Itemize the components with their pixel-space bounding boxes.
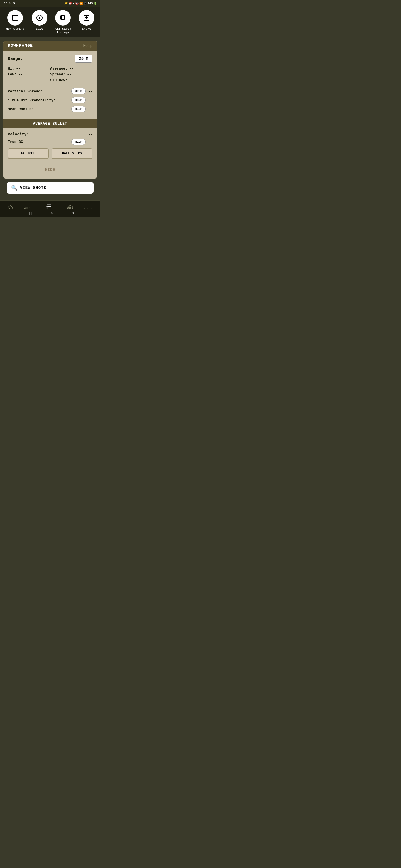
all-saved-label: All SavedStrings: [55, 27, 71, 34]
moa-hit-prob-row: 1 MOA Hit Probability: HELP --: [8, 97, 92, 103]
bluetooth-icon: ✱: [73, 2, 74, 5]
save-label: Save: [36, 27, 43, 31]
signal-icon: 📱: [84, 2, 87, 5]
all-saved-strings-button[interactable]: All SavedStrings: [55, 10, 71, 34]
share-icon: [79, 10, 94, 26]
help-tab[interactable]: Help: [83, 44, 92, 48]
search-icon: 🔍: [11, 185, 17, 191]
mute-icon: 🔇: [75, 2, 79, 5]
true-bc-help-button[interactable]: HELP: [71, 139, 86, 145]
mean-radius-help-button[interactable]: HELP: [71, 106, 86, 112]
battery-label: 74%: [88, 2, 93, 5]
status-icons: 🔑 ⏰ ✱ 🔇 📶 📱 74% 🔋: [64, 2, 97, 5]
card-header: DOWNRANGE Help: [3, 41, 97, 51]
vertical-spread-label: Vertical Spread:: [8, 89, 71, 93]
vertical-spread-help-button[interactable]: HELP: [71, 88, 86, 94]
empty-stat: [8, 78, 50, 82]
moa-hit-prob-help-button[interactable]: HELP: [71, 97, 86, 103]
average-bullet-title: AVERAGE BULLET: [33, 122, 67, 126]
velocity-row: Velocity: --: [8, 132, 92, 136]
average-stat: Average: --: [50, 66, 92, 71]
bc-tool-button[interactable]: BC TOOL: [8, 148, 49, 159]
card-body: Range: 25 M Hi: -- Average: -- Low:: [3, 51, 97, 119]
android-home-button[interactable]: ○: [51, 211, 54, 216]
true-bc-row: True-BC HELP --: [8, 139, 92, 145]
share-label: Share: [82, 27, 91, 31]
spread-stat: Spread: --: [50, 72, 92, 76]
hide-button[interactable]: HIDE: [8, 165, 92, 175]
wifi-icon: 📶: [79, 2, 83, 5]
average-bullet-header: AVERAGE BULLET: [3, 119, 97, 128]
mean-radius-row: Mean Radius: HELP --: [8, 106, 92, 112]
card-header-title: DOWNRANGE: [8, 43, 33, 48]
velocity-label: Velocity:: [8, 132, 29, 136]
status-bar: 7:32 🛡 🔑 ⏰ ✱ 🔇 📶 📱 74% 🔋: [0, 0, 100, 7]
all-saved-icon: [55, 10, 71, 26]
true-bc-label: True-BC: [8, 140, 71, 144]
divider-2: [8, 162, 92, 162]
view-shots-button[interactable]: 🔍 VIEW SHOTS: [7, 182, 93, 194]
range-value[interactable]: 25 M: [75, 55, 92, 63]
new-string-button[interactable]: New String: [6, 10, 24, 31]
new-string-icon: [7, 10, 23, 26]
range-label: Range:: [8, 57, 23, 61]
hi-stat: Hi: --: [8, 66, 50, 71]
new-string-label: New String: [6, 27, 24, 31]
moa-hit-prob-label: 1 MOA Hit Probability:: [8, 98, 71, 102]
shield-icon: 🛡: [12, 2, 15, 5]
downrange-card: DOWNRANGE Help Range: 25 M Hi: --: [3, 41, 97, 179]
status-time: 7:32 🛡: [3, 1, 15, 5]
low-stat: Low: --: [8, 72, 50, 76]
ballistics-button[interactable]: BALLISTICS: [52, 148, 92, 159]
vertical-spread-row: Vertical Spread: HELP --: [8, 88, 92, 94]
svg-point-18: [69, 207, 71, 209]
android-recent-button[interactable]: <: [72, 211, 74, 215]
android-back-button[interactable]: |||: [26, 211, 32, 215]
android-nav-bar: ||| ○ <: [0, 209, 100, 217]
view-shots-label: VIEW SHOTS: [20, 186, 46, 190]
stats-grid: Hi: -- Average: -- Low: -- Spread: --: [8, 66, 92, 82]
average-bullet-body: Velocity: -- True-BC HELP -- BC TOOL BAL…: [3, 128, 97, 179]
main-area: DOWNRANGE Help Range: 25 M Hi: --: [0, 37, 100, 217]
alarm-icon: ⏰: [68, 2, 72, 5]
save-icon: [32, 10, 47, 26]
svg-point-16: [47, 206, 47, 207]
save-button[interactable]: Save: [32, 10, 47, 31]
key-icon: 🔑: [64, 2, 68, 5]
std-dev-stat: STD Dev: --: [50, 78, 92, 82]
battery-icon: 🔋: [93, 2, 97, 5]
action-bar: New String Save All SavedStrings: [0, 7, 100, 37]
mean-radius-label: Mean Radius:: [8, 107, 71, 111]
range-row: Range: 25 M: [8, 55, 92, 63]
svg-point-17: [47, 208, 47, 208]
svg-line-11: [28, 208, 30, 208]
share-button[interactable]: Share: [79, 10, 94, 31]
tool-buttons-row: BC TOOL BALLISTICS: [8, 148, 92, 159]
